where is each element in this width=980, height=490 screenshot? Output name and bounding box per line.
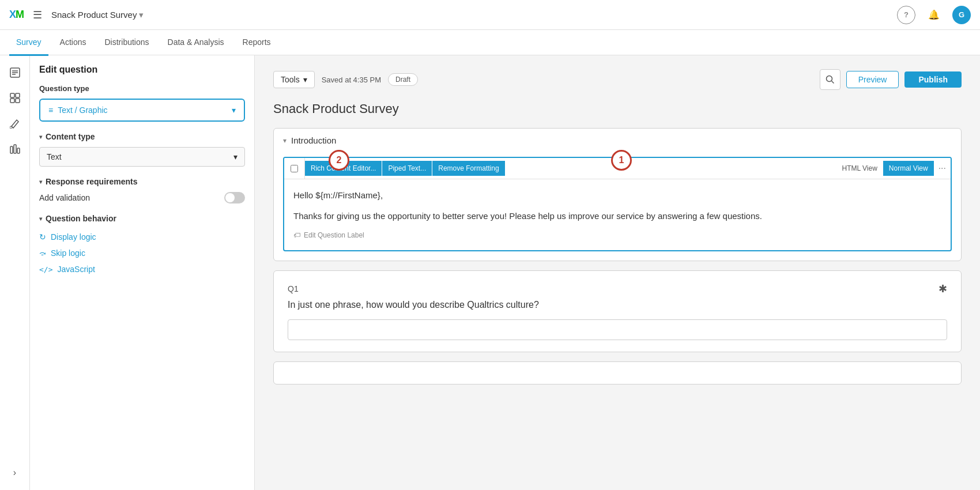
search-button[interactable] — [820, 69, 840, 90]
introduction-collapse-arrow[interactable]: ▾ — [283, 137, 287, 145]
editor-checkbox[interactable] — [284, 158, 305, 179]
question-behavior-arrow: ▾ — [39, 216, 42, 222]
skip-logic-item[interactable]: ⤼ Skip logic — [39, 245, 245, 261]
hamburger-menu[interactable]: ☰ — [33, 9, 42, 21]
label-pin-icon: 🏷 — [293, 230, 300, 241]
question-type-label: Question type — [39, 84, 245, 93]
tools-caret: ▾ — [303, 75, 307, 84]
saved-text: Saved at 4:35 PM — [322, 76, 381, 84]
content-type-value: Text — [47, 152, 62, 161]
html-view-button[interactable]: HTML View — [836, 161, 883, 176]
tab-distributions[interactable]: Distributions — [98, 31, 156, 56]
icon-bar-layout[interactable] — [5, 88, 25, 108]
help-button[interactable]: ? — [897, 6, 915, 24]
content-type-caret: ▾ — [233, 152, 238, 161]
content-type-label: Content type — [46, 132, 95, 141]
survey-title-text: Snack Product Survey — [51, 10, 137, 20]
javascript-icon: </> — [39, 265, 52, 274]
toolbar-row: Tools ▾ Saved at 4:35 PM Draft Preview P… — [273, 69, 962, 90]
q1-block: Q1 ✱ In just one phrase, how would you d… — [273, 270, 962, 352]
javascript-label: JavaScript — [57, 265, 95, 274]
q1-id-row: Q1 ✱ — [288, 282, 947, 295]
javascript-item[interactable]: </> JavaScript — [39, 261, 245, 277]
main-layout: › Edit question Question type ≡ Text / G… — [0, 55, 980, 490]
view-buttons: HTML View Normal View — [836, 161, 933, 176]
panel-title: Edit question — [39, 65, 245, 75]
editor-block: Rich Content Editor... Piped Text... Rem… — [283, 157, 952, 251]
add-validation-label: Add validation — [39, 193, 90, 202]
svg-rect-11 — [17, 148, 20, 153]
q1-id: Q1 — [288, 284, 299, 293]
svg-rect-6 — [10, 99, 14, 103]
question-type-select[interactable]: ≡ Text / Graphic ▾ — [39, 99, 245, 122]
survey-name: Snack Product Survey — [273, 101, 962, 116]
svg-rect-10 — [14, 145, 16, 153]
tab-data-analysis[interactable]: Data & Analysis — [161, 31, 231, 56]
tab-actions[interactable]: Actions — [53, 31, 93, 56]
user-avatar[interactable]: G — [952, 6, 971, 24]
introduction-label: Introduction — [291, 135, 336, 145]
publish-button[interactable]: Publish — [904, 71, 962, 88]
q1-star: ✱ — [938, 282, 947, 295]
editor-hello-line: Hello ${m://FirstName}, — [293, 189, 941, 202]
search-icon — [826, 75, 835, 84]
question-behavior-section: ▾ Question behavior ↻ Display logic ⤼ Sk… — [39, 214, 245, 277]
q1-input[interactable] — [288, 319, 947, 340]
xm-logo: XM — [9, 9, 24, 21]
icon-bar-survey[interactable] — [5, 62, 25, 83]
tab-reports[interactable]: Reports — [236, 31, 278, 56]
response-requirements-arrow: ▾ — [39, 179, 42, 185]
add-validation-toggle[interactable] — [224, 192, 245, 203]
editor-content[interactable]: Hello ${m://FirstName}, Thanks for givin… — [284, 179, 951, 250]
tools-label: Tools — [281, 75, 300, 84]
svg-rect-5 — [16, 93, 20, 97]
normal-view-button[interactable]: Normal View — [883, 161, 934, 176]
svg-rect-4 — [10, 93, 14, 97]
question-type-value: Text / Graphic — [58, 105, 107, 115]
response-requirements-label: Response requirements — [46, 177, 138, 186]
nav-tabs: Survey Actions Distributions Data & Anal… — [0, 30, 980, 55]
question-behavior-label: Question behavior — [46, 214, 116, 223]
svg-point-8 — [10, 126, 12, 129]
tab-survey[interactable]: Survey — [9, 31, 48, 56]
content-type-header[interactable]: ▾ Content type — [39, 132, 245, 141]
skip-logic-label: Skip logic — [51, 248, 85, 258]
svg-point-12 — [826, 76, 832, 82]
content-type-arrow: ▾ — [39, 134, 42, 140]
editor-check-input[interactable] — [291, 165, 298, 172]
svg-rect-7 — [16, 99, 20, 103]
content-type-select[interactable]: Text ▾ — [39, 147, 245, 167]
draft-badge: Draft — [388, 73, 418, 86]
tools-button[interactable]: Tools ▾ — [273, 71, 315, 88]
introduction-block: ▾ Introduction 2 1 Rich Content Editor..… — [273, 128, 962, 261]
partial-block — [273, 361, 962, 385]
question-behavior-header[interactable]: ▾ Question behavior — [39, 214, 245, 223]
toolbar-right: Preview Publish — [820, 69, 962, 90]
content-area: Tools ▾ Saved at 4:35 PM Draft Preview P… — [255, 55, 980, 490]
icon-bar-expand[interactable]: › — [5, 462, 25, 483]
display-logic-label: Display logic — [51, 232, 96, 242]
icon-bar-chart[interactable] — [5, 138, 25, 159]
edit-question-label[interactable]: 🏷 Edit Question Label — [293, 230, 941, 241]
svg-line-13 — [831, 81, 834, 84]
annotation-circle-1: 1 — [611, 150, 632, 171]
survey-title: Snack Product Survey ▾ — [51, 10, 144, 20]
icon-bar-paint[interactable] — [5, 113, 25, 134]
q1-text: In just one phrase, how would you descri… — [288, 300, 947, 310]
preview-button[interactable]: Preview — [846, 71, 899, 88]
validation-row: Add validation — [39, 192, 245, 203]
piped-text-button[interactable]: Piped Text... — [382, 161, 432, 176]
content-type-section: ▾ Content type Text ▾ — [39, 132, 245, 167]
survey-title-caret[interactable]: ▾ — [139, 10, 144, 20]
response-requirements-header[interactable]: ▾ Response requirements — [39, 177, 245, 186]
svg-rect-9 — [10, 146, 13, 153]
top-bar-right: ? 🔔 G — [897, 6, 971, 24]
editor-body-line: Thanks for giving us the opportunity to … — [293, 209, 941, 223]
notifications-button[interactable]: 🔔 — [925, 6, 943, 24]
more-options-button[interactable]: ··· — [934, 160, 951, 177]
remove-formatting-button[interactable]: Remove Formatting — [432, 161, 504, 176]
display-logic-icon: ↻ — [39, 232, 46, 242]
left-panel: Edit question Question type ≡ Text / Gra… — [30, 55, 255, 490]
icon-bar: › — [0, 55, 30, 490]
display-logic-item[interactable]: ↻ Display logic — [39, 229, 245, 245]
